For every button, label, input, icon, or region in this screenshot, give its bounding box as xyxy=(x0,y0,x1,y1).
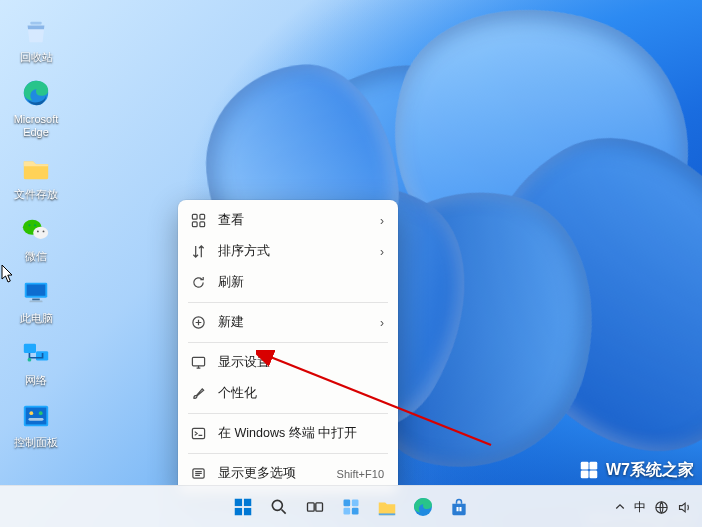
desktop-icon-control-panel[interactable]: 控制面板 xyxy=(10,399,62,449)
sort-icon xyxy=(190,244,206,260)
start-button[interactable] xyxy=(229,492,258,521)
svg-rect-37 xyxy=(308,502,315,510)
desktop-icon-edge[interactable]: Microsoft Edge xyxy=(10,76,62,139)
menu-item-label: 排序方式 xyxy=(218,243,368,260)
svg-rect-39 xyxy=(344,499,351,506)
desktop-icon-label: 微信 xyxy=(25,250,47,263)
terminal-icon xyxy=(190,426,206,442)
this-pc-icon xyxy=(19,275,53,309)
svg-point-36 xyxy=(272,500,282,510)
desktop-icon-label: 控制面板 xyxy=(14,436,58,449)
menu-item-display-settings[interactable]: 显示设置 xyxy=(178,347,398,378)
svg-rect-32 xyxy=(235,498,242,505)
menu-separator xyxy=(188,342,388,343)
menu-item-shortcut: Shift+F10 xyxy=(337,468,384,480)
svg-rect-40 xyxy=(352,499,359,506)
svg-point-17 xyxy=(29,411,33,415)
menu-item-label: 在 Windows 终端 中打开 xyxy=(218,425,384,442)
taskbar-search-button[interactable] xyxy=(265,492,294,521)
menu-separator xyxy=(188,302,388,303)
menu-item-view[interactable]: 查看 › xyxy=(178,205,398,236)
chevron-up-icon[interactable] xyxy=(614,501,626,513)
svg-rect-31 xyxy=(589,470,597,478)
menu-item-label: 刷新 xyxy=(218,274,384,291)
task-view-button[interactable] xyxy=(301,492,330,521)
svg-point-6 xyxy=(37,230,39,232)
svg-rect-29 xyxy=(589,462,597,470)
menu-separator xyxy=(188,413,388,414)
refresh-icon xyxy=(190,275,206,291)
taskbar: 中 xyxy=(0,485,702,527)
svg-point-3 xyxy=(33,227,48,239)
desktop-icon-label: 网络 xyxy=(25,374,47,387)
network-tray-icon[interactable] xyxy=(654,500,669,515)
svg-rect-21 xyxy=(199,214,204,219)
svg-point-18 xyxy=(39,411,43,415)
menu-item-label: 显示设置 xyxy=(218,354,384,371)
taskbar-store[interactable] xyxy=(445,492,474,521)
menu-item-open-terminal[interactable]: 在 Windows 终端 中打开 xyxy=(178,418,398,449)
volume-tray-icon[interactable] xyxy=(677,500,692,515)
desktop-icon-folder[interactable]: 文件存放 xyxy=(10,151,62,201)
menu-item-personalize[interactable]: 个性化 xyxy=(178,378,398,409)
brush-icon xyxy=(190,386,206,402)
svg-rect-38 xyxy=(316,502,323,510)
desktop-icon-label: Microsoft Edge xyxy=(10,113,62,139)
taskbar-edge[interactable] xyxy=(409,492,438,521)
svg-rect-0 xyxy=(30,22,41,25)
taskbar-explorer[interactable] xyxy=(373,492,402,521)
network-icon xyxy=(19,337,53,371)
menu-item-label: 显示更多选项 xyxy=(218,465,325,482)
svg-rect-12 xyxy=(24,344,36,353)
watermark-brand-text: W7系统之家 xyxy=(606,460,694,481)
desktop[interactable]: 回收站 Microsoft Edge 文件存放 微信 此电脑 xyxy=(0,0,702,527)
widgets-button[interactable] xyxy=(337,492,366,521)
edge-icon xyxy=(19,76,53,110)
menu-item-label: 新建 xyxy=(218,314,368,331)
svg-rect-34 xyxy=(235,507,242,514)
menu-separator xyxy=(188,453,388,454)
menu-item-sort[interactable]: 排序方式 › xyxy=(178,236,398,267)
svg-point-5 xyxy=(34,224,36,226)
svg-rect-41 xyxy=(344,507,351,514)
desktop-icon-this-pc[interactable]: 此电脑 xyxy=(10,275,62,325)
svg-rect-19 xyxy=(29,418,44,421)
menu-item-refresh[interactable]: 刷新 xyxy=(178,267,398,298)
plus-circle-icon xyxy=(190,315,206,331)
chevron-right-icon: › xyxy=(380,214,384,228)
desktop-icon-wechat[interactable]: 微信 xyxy=(10,213,62,263)
desktop-icon-label: 回收站 xyxy=(20,51,53,64)
desktop-icon-recycle-bin[interactable]: 回收站 xyxy=(10,14,62,64)
desktop-icons-column: 回收站 Microsoft Edge 文件存放 微信 此电脑 xyxy=(10,14,70,461)
svg-rect-35 xyxy=(244,507,251,514)
svg-point-14 xyxy=(28,358,32,362)
system-tray[interactable]: 中 xyxy=(614,486,692,527)
svg-rect-42 xyxy=(352,507,359,514)
desktop-icon-label: 文件存放 xyxy=(14,188,58,201)
svg-rect-30 xyxy=(581,470,589,478)
ime-indicator[interactable]: 中 xyxy=(634,499,646,516)
menu-item-label: 个性化 xyxy=(218,385,384,402)
brand-logo-icon xyxy=(578,459,600,481)
svg-rect-16 xyxy=(26,408,47,425)
chevron-right-icon: › xyxy=(380,316,384,330)
svg-rect-9 xyxy=(27,285,46,296)
svg-rect-23 xyxy=(199,222,204,227)
folder-icon xyxy=(19,151,53,185)
watermark-brand: W7系统之家 xyxy=(578,459,694,481)
desktop-icon-network[interactable]: 网络 xyxy=(10,337,62,387)
more-options-icon xyxy=(190,466,206,482)
svg-rect-11 xyxy=(29,300,42,302)
desktop-icon-label: 此电脑 xyxy=(20,312,53,325)
svg-rect-10 xyxy=(32,299,40,301)
menu-item-label: 查看 xyxy=(218,212,368,229)
control-panel-icon xyxy=(19,399,53,433)
display-icon xyxy=(190,355,206,371)
recycle-bin-icon xyxy=(19,14,53,48)
svg-rect-26 xyxy=(192,428,204,438)
svg-rect-28 xyxy=(581,462,589,470)
wechat-icon xyxy=(19,213,53,247)
svg-point-4 xyxy=(28,224,30,226)
menu-item-new[interactable]: 新建 › xyxy=(178,307,398,338)
svg-rect-33 xyxy=(244,498,251,505)
